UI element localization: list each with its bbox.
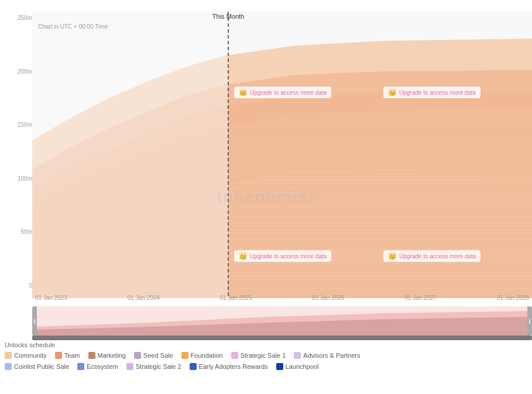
strategic1-swatch: [231, 352, 238, 359]
legend-item-seed-sale: Seed Sale: [134, 352, 173, 359]
range-bar[interactable]: [32, 336, 532, 340]
early-adopters-swatch: [190, 363, 197, 370]
y-label-200m: 200m: [3, 68, 32, 75]
chart-container: 250m 200m 150m 100m 50m 0: [0, 0, 532, 394]
x-axis: 01 Jan 2023 01 Jan 2024 01 Jan 2025 01 J…: [32, 292, 532, 303]
legend-title-label: Unlocks schedule: [5, 341, 527, 348]
y-label-150m: 150m: [3, 122, 32, 128]
ecosystem-label: Ecosystem: [87, 363, 118, 370]
scrollbar-right-handle[interactable]: ‖: [527, 306, 532, 336]
legend-item-foundation: Foundation: [181, 352, 223, 359]
svg-rect-28: [32, 306, 532, 336]
community-label: Community: [14, 352, 47, 359]
y-axis: 250m 200m 150m 100m 50m 0: [0, 0, 32, 300]
x-label-2026: 01 Jan 2026: [312, 295, 344, 301]
launchpool-swatch: [276, 363, 283, 370]
scrollbar-container[interactable]: ‖ ‖: [32, 306, 532, 336]
legend-item-ecosystem: Ecosystem: [77, 363, 118, 370]
strategic1-label: Strategic Sale 1: [241, 352, 286, 359]
legend-item-strategic-1: Strategic Sale 1: [231, 352, 286, 359]
launchpool-label: Launchpool: [286, 363, 319, 370]
legend-item-coinlist: Coinlist Public Sale: [5, 363, 69, 370]
foundation-label: Foundation: [191, 352, 223, 359]
legend-item-strategic-2: Strategic Sale 2: [126, 363, 181, 370]
legend-item-advisors: Advisors & Partners: [294, 352, 360, 359]
legend-row-2: Coinlist Public Sale Ecosystem Strategic…: [5, 363, 527, 372]
upgrade-badge-4[interactable]: 👑 Upgrade to access more data: [383, 250, 480, 262]
seed-sale-swatch: [134, 352, 141, 359]
foundation-swatch: [181, 352, 188, 359]
x-label-2023: 01 Jan 2023: [35, 295, 67, 301]
marketing-swatch: [88, 352, 95, 359]
this-month-label: This Month: [212, 13, 244, 20]
legend-row-1: Community Team Marketing Seed Sale Found…: [5, 352, 527, 361]
team-swatch: [55, 352, 62, 359]
svg-marker-24: [228, 170, 532, 298]
y-label-50m: 50m: [3, 229, 32, 235]
community-swatch: [5, 352, 12, 359]
y-label-0: 0: [3, 282, 32, 289]
advisors-swatch: [294, 352, 301, 359]
svg-rect-19: [32, 12, 228, 298]
early-adopters-label: Early Adopters Rewards: [199, 363, 268, 370]
strategic2-label: Strategic Sale 2: [136, 363, 181, 370]
seed-sale-label: Seed Sale: [143, 352, 173, 359]
x-label-2027: 01 Jan 2027: [404, 295, 437, 301]
advisors-label: Advisors & Partners: [303, 352, 360, 359]
x-label-2025: 01 Jan 2025: [220, 295, 252, 301]
legend: Unlocks schedule Community Team Marketin…: [5, 341, 527, 391]
scrollbar-left-handle[interactable]: ‖: [32, 306, 37, 336]
coinlist-label: Coinlist Public Sale: [14, 363, 69, 370]
strategic2-swatch: [126, 363, 133, 370]
marketing-label: Marketing: [98, 352, 126, 359]
legend-item-launchpool: Launchpool: [276, 363, 319, 370]
upgrade-badge-2[interactable]: 👑 Upgrade to access more data: [383, 87, 480, 98]
x-label-2028: 01 Jan 2028: [497, 295, 529, 301]
upgrade-badge-1[interactable]: 👑 Upgrade to access more data: [234, 87, 331, 98]
y-label-100m: 100m: [3, 175, 32, 182]
x-label-2024: 01 Jan 2024: [128, 295, 160, 301]
legend-item-community: Community: [5, 352, 47, 359]
team-label: Team: [64, 352, 80, 359]
legend-item-team: Team: [55, 352, 80, 359]
ecosystem-swatch: [77, 363, 84, 370]
coinlist-swatch: [5, 363, 12, 370]
legend-item-early-adopters: Early Adopters Rewards: [190, 363, 268, 370]
chart-subtitle: Chart in UTC + 00:00 Time: [38, 23, 108, 30]
y-label-250m: 250m: [3, 15, 32, 21]
legend-item-marketing: Marketing: [88, 352, 126, 359]
upgrade-badge-3[interactable]: 👑 Upgrade to access more data: [234, 250, 331, 262]
